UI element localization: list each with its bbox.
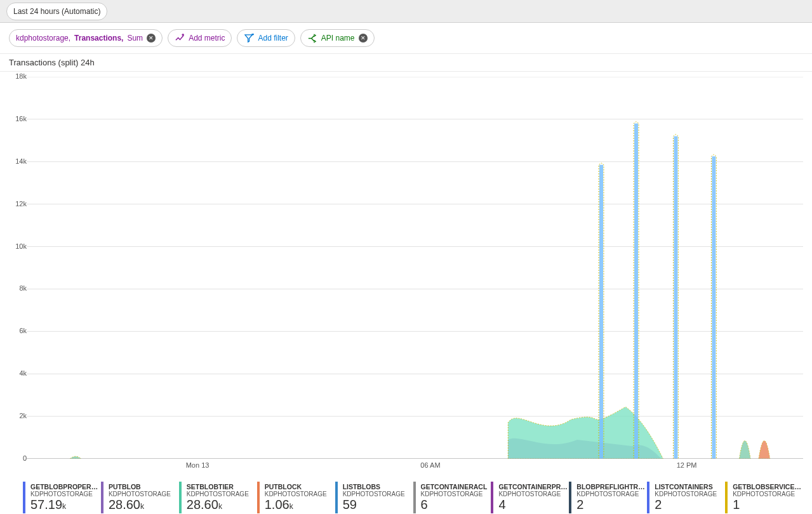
legend-series-resource: KDPHOTOSTORAGE [343, 491, 413, 498]
legend-series-value: 4 [498, 498, 505, 511]
legend-bar: GETBLOBPROPERTIES KDPHOTOSTORAGE 57.19kP… [0, 482, 812, 514]
legend-item[interactable]: PUTBLOCK KDPHOTOSTORAGE 1.06k [257, 482, 335, 513]
legend-series-unit: k [290, 502, 293, 511]
x-tick-label: 12 PM [677, 461, 697, 469]
legend-item[interactable]: SETBLOBTIER KDPHOTOSTORAGE 28.60k [179, 482, 257, 513]
x-tick-label: Mon 13 [186, 461, 210, 469]
legend-series-unit: k [218, 502, 222, 511]
legend-item[interactable]: BLOBPREFLIGHTREQU… KDPHOTOSTORAGE 2 [569, 482, 647, 513]
close-icon[interactable]: ✕ [359, 34, 368, 43]
svg-rect-11 [634, 124, 638, 459]
legend-series-value: 1.06 [265, 498, 290, 511]
legend-item[interactable]: GETCONTAINERPROPE… KDPHOTOSTORAGE 4 [491, 482, 569, 513]
legend-item[interactable]: LISTCONTAINERS KDPHOTOSTORAGE 2 [647, 482, 725, 513]
legend-series-value: 6 [421, 498, 428, 511]
legend-series-resource: KDPHOTOSTORAGE [498, 491, 569, 498]
filter-icon [244, 33, 254, 43]
y-tick-label: 18k [15, 72, 27, 80]
legend-series-value: 28.60 [187, 498, 218, 511]
y-tick-label: 4k [19, 370, 27, 378]
legend-series-resource: KDPHOTOSTORAGE [30, 491, 101, 498]
y-tick-label: 2k [19, 412, 27, 420]
chart-title: Transactions (split) 24h [0, 54, 812, 71]
legend-series-value: 28.60 [109, 498, 140, 511]
svg-rect-10 [599, 165, 603, 459]
y-tick-label: 8k [19, 285, 27, 293]
time-range-bar: Last 24 hours (Automatic) [0, 0, 812, 23]
legend-series-resource: KDPHOTOSTORAGE [109, 491, 179, 498]
chart-svg [27, 77, 803, 459]
legend-series-name: GETCONTAINERPROPE… [498, 483, 569, 491]
svg-rect-13 [712, 156, 715, 459]
legend-series-name: GETBLOBPROPERTIES [30, 483, 101, 491]
legend-item[interactable]: GETBLOBSERVICEPRO… KDPHOTOSTORAGE 1 [725, 482, 803, 513]
metric-resource: kdphotostorage, [16, 34, 70, 43]
metric-name: Transactions, [74, 34, 123, 43]
split-icon [307, 33, 317, 43]
legend-series-value: 57.19 [30, 498, 62, 511]
legend-series-resource: KDPHOTOSTORAGE [655, 491, 725, 498]
add-metric-label: Add metric [189, 34, 225, 43]
legend-series-value: 1 [733, 498, 740, 511]
metric-pill[interactable]: kdphotostorage, Transactions, Sum ✕ [9, 29, 163, 47]
time-range-chip[interactable]: Last 24 hours (Automatic) [6, 3, 107, 20]
legend-series-value: 2 [655, 498, 662, 511]
legend-series-name: SETBLOBTIER [187, 483, 257, 491]
legend-series-value: 2 [576, 498, 583, 511]
legend-item[interactable]: GETCONTAINERACL KDPHOTOSTORAGE 6 [413, 482, 491, 513]
add-filter-label: Add filter [258, 34, 288, 43]
y-tick-label: 12k [15, 200, 27, 208]
legend-series-name: LISTBLOBS [343, 483, 413, 491]
add-metric-button[interactable]: Add metric [168, 29, 232, 47]
add-filter-button[interactable]: Add filter [237, 29, 295, 47]
y-tick-label: 14k [15, 157, 27, 165]
metric-pills-row: kdphotostorage, Transactions, Sum ✕ Add … [0, 23, 812, 53]
chart-area[interactable]: 02k4k6k8k10k12k14k16k18k Mon 1306 AM12 P… [9, 72, 803, 478]
x-tick-label: 06 AM [420, 461, 440, 469]
metric-add-icon [175, 33, 185, 43]
legend-series-resource: KDPHOTOSTORAGE [576, 491, 647, 498]
close-icon[interactable]: ✕ [147, 34, 156, 43]
legend-series-name: PUTBLOCK [265, 483, 335, 491]
legend-series-name: GETCONTAINERACL [421, 483, 491, 491]
legend-item[interactable]: LISTBLOBS KDPHOTOSTORAGE 59 [335, 482, 413, 513]
split-label: API name [321, 34, 355, 43]
legend-item[interactable]: GETBLOBPROPERTIES KDPHOTOSTORAGE 57.19k [23, 482, 101, 513]
legend-series-value: 59 [343, 498, 357, 511]
svg-rect-12 [674, 136, 677, 459]
y-tick-label: 10k [15, 242, 27, 250]
legend-series-resource: KDPHOTOSTORAGE [187, 491, 257, 498]
legend-series-name: GETBLOBSERVICEPRO… [733, 483, 803, 491]
legend-series-resource: KDPHOTOSTORAGE [733, 491, 803, 498]
legend-series-name: PUTBLOB [109, 483, 179, 491]
legend-series-resource: KDPHOTOSTORAGE [265, 491, 335, 498]
x-axis-labels: Mon 1306 AM12 PM [27, 461, 803, 471]
y-tick-label: 16k [15, 115, 27, 122]
legend-series-resource: KDPHOTOSTORAGE [421, 491, 491, 498]
split-pill[interactable]: API name ✕ [300, 29, 375, 47]
legend-item[interactable]: PUTBLOB KDPHOTOSTORAGE 28.60k [101, 482, 179, 513]
legend-series-name: LISTCONTAINERS [655, 483, 725, 491]
y-tick-label: 6k [19, 327, 27, 335]
legend-series-unit: k [140, 502, 144, 511]
legend-series-unit: k [62, 502, 66, 511]
legend-series-name: BLOBPREFLIGHTREQU… [576, 483, 647, 491]
time-range-label: Last 24 hours (Automatic) [13, 7, 100, 16]
metric-agg: Sum [127, 34, 143, 43]
